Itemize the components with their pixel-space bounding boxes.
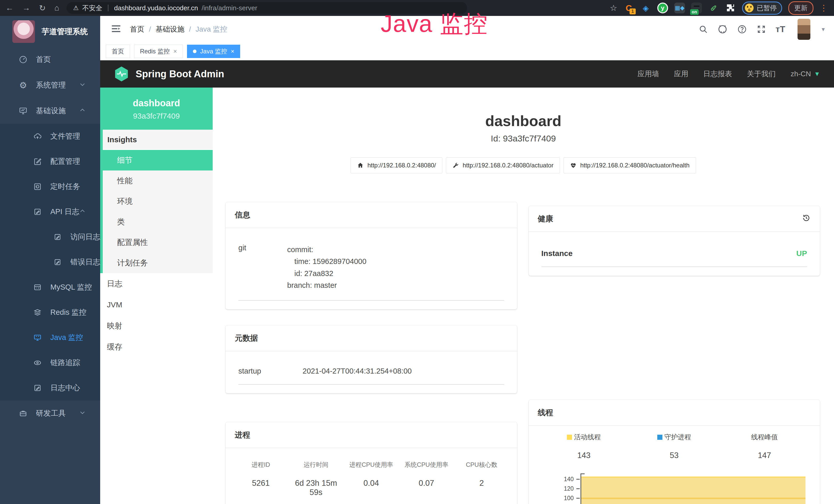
health-instance-row: Instance UP	[542, 241, 807, 258]
sba-side-item-configprops[interactable]: 配置属性	[103, 232, 213, 253]
sidebar-item-devtools[interactable]: 研发工具	[0, 400, 100, 426]
breadcrumb-infra[interactable]: 基础设施	[156, 24, 184, 34]
sba-side-item-env[interactable]: 环境	[103, 191, 213, 211]
divider	[238, 384, 504, 385]
sba-nav-journal[interactable]: 日志报表	[703, 69, 732, 79]
extension-colorpicker-icon[interactable]: C1	[623, 3, 634, 13]
service-url-button[interactable]: http://192.168.0.2:48080/	[351, 157, 442, 173]
forward-icon[interactable]: →	[22, 3, 30, 13]
doc-pen-icon	[53, 257, 62, 267]
user-avatar[interactable]	[797, 19, 810, 40]
legend-peak-threads: 线程峰值 147	[720, 433, 810, 460]
extension-y-icon[interactable]: y	[657, 3, 668, 13]
tab-java-monitor[interactable]: Java 监控 ×	[187, 45, 240, 58]
layers-icon	[33, 308, 42, 317]
breadcrumb-home[interactable]: 首页	[130, 24, 144, 34]
tab-redis-monitor[interactable]: Redis 监控 ×	[134, 45, 183, 58]
close-icon[interactable]: ×	[231, 48, 234, 55]
sba-brand[interactable]: Spring Boot Admin	[136, 69, 224, 79]
metadata-card: 元数据 startup 2021-04-27T00:44:31.254+08:0…	[225, 325, 517, 393]
github-icon[interactable]	[718, 24, 727, 34]
sidebar-item-java-monitor[interactable]: Java 监控	[0, 325, 100, 350]
chevron-down-icon	[79, 409, 86, 418]
chart-area-fill	[581, 477, 806, 504]
divider	[238, 300, 504, 301]
user-caret-icon[interactable]: ▾	[822, 26, 825, 33]
sba-nav-about[interactable]: 关于我们	[747, 69, 776, 79]
info-git-row: git commit: time: 1596289704000 id: 27aa…	[238, 237, 504, 292]
url-host: dashboard.yudao.iocoder.cn	[114, 4, 198, 12]
extension-grid-icon[interactable]: ▦◆	[674, 3, 685, 13]
sidebar-item-config-manage[interactable]: 配置管理	[0, 149, 100, 174]
app-logo-row: 芋道管理系统	[0, 16, 100, 47]
search-icon[interactable]	[699, 25, 708, 34]
sidebar-item-redis-monitor[interactable]: Redis 监控	[0, 300, 100, 325]
sidebar-item-access-log[interactable]: 访问日志	[0, 224, 100, 250]
sba-locale-select[interactable]: zh-CN ▼	[791, 70, 820, 78]
sba-instance-header: dashboard 93a3fc7f7409	[100, 88, 213, 130]
history-icon[interactable]	[802, 214, 811, 224]
sba-instance-id: 93a3fc7f7409	[103, 112, 210, 120]
sidebar-item-log-center[interactable]: 日志中心	[0, 375, 100, 400]
sidebar-item-error-log[interactable]: 错误日志	[0, 250, 100, 275]
extension-onetab-icon[interactable]: on	[691, 3, 702, 13]
home-icon[interactable]: ⌂	[54, 3, 59, 13]
briefcase-icon	[19, 409, 28, 418]
back-icon[interactable]: ←	[6, 3, 14, 13]
help-icon[interactable]	[737, 24, 747, 34]
sba-side-item-details[interactable]: 细节	[103, 150, 213, 170]
sidebar-item-mysql-monitor[interactable]: MySQL 监控	[0, 275, 100, 300]
tab-home[interactable]: 首页	[106, 45, 130, 58]
sba-side-item-logs[interactable]: 日志	[100, 273, 213, 294]
doc-pen-icon	[33, 207, 42, 216]
hamburger-icon[interactable]	[111, 24, 121, 34]
font-size-icon[interactable]: ᴛT	[776, 24, 785, 34]
close-icon[interactable]: ×	[173, 48, 177, 55]
sba-side-item-jvm[interactable]: JVM	[100, 294, 213, 315]
process-card-title: 进程	[225, 422, 517, 448]
sba-side-item-mappings[interactable]: 映射	[100, 315, 213, 336]
sidebar-item-scheduled-jobs[interactable]: 定时任务	[0, 174, 100, 199]
not-secure-warning-icon: ⚠	[73, 4, 79, 12]
extension-search-icon[interactable]: 🜚	[708, 3, 719, 13]
ytick-120: 120	[561, 485, 574, 492]
update-button[interactable]: 更新	[788, 1, 813, 15]
sidebar-item-infra[interactable]: 基础设施	[0, 98, 100, 124]
chevron-up-icon	[79, 107, 86, 115]
chevron-up-icon	[79, 208, 86, 216]
sba-content: dashboard Id: 93a3fc7f7409 http://192.16…	[213, 88, 834, 504]
browser-menu-icon[interactable]: ⋮	[820, 3, 828, 13]
health-card: 健康 Instance UP	[529, 206, 820, 276]
health-url-button[interactable]: http://192.168.0.2:48080/actuator/health	[564, 157, 696, 173]
sidebar-item-api-log[interactable]: API 日志	[0, 199, 100, 224]
threads-card-title: 线程	[529, 400, 820, 426]
sba-side-item-scheduled[interactable]: 计划任务	[103, 253, 213, 273]
sba-side-item-classes[interactable]: 类	[103, 211, 213, 232]
sba-nav-wallboard[interactable]: 应用墙	[637, 69, 659, 79]
profile-face-icon	[745, 4, 753, 12]
status-badge: UP	[796, 249, 807, 258]
fullscreen-icon[interactable]	[757, 25, 766, 34]
doc-pen-icon	[53, 232, 62, 242]
sidebar-item-system[interactable]: ⚙ 系统管理	[0, 72, 100, 98]
instance-id-subtitle: Id: 93a3fc7f7409	[213, 134, 834, 143]
address-bar[interactable]: ⚠ 不安全 dashboard.yudao.iocoder.cn /infra/…	[67, 2, 467, 14]
url-path: /infra/admin-server	[202, 4, 257, 12]
profile-paused-badge[interactable]: 已暂停	[742, 2, 782, 15]
ytick-100: 100	[561, 495, 574, 502]
extension-pin-icon[interactable]: ◈	[640, 3, 651, 13]
sba-nav-applications[interactable]: 应用	[674, 69, 688, 79]
bookmark-star-icon[interactable]: ☆	[610, 3, 617, 13]
sba-side-item-metrics[interactable]: 性能	[103, 170, 213, 191]
ytick-140: 140	[561, 476, 574, 483]
actuator-url-button[interactable]: http://192.168.0.2:48080/actuator	[446, 157, 560, 173]
sidebar-item-file-manage[interactable]: 文件管理	[0, 124, 100, 149]
extensions-puzzle-icon[interactable]	[725, 3, 736, 13]
eye-icon	[33, 358, 42, 367]
sidebar-item-tracing[interactable]: 链路追踪	[0, 350, 100, 375]
doc-pen-icon	[33, 383, 42, 393]
sba-side-item-caches[interactable]: 缓存	[100, 336, 213, 358]
legend-daemon-threads: 守护进程 53	[629, 433, 720, 460]
sidebar-item-home[interactable]: 首页	[0, 47, 100, 72]
reload-icon[interactable]: ↻	[39, 3, 46, 13]
